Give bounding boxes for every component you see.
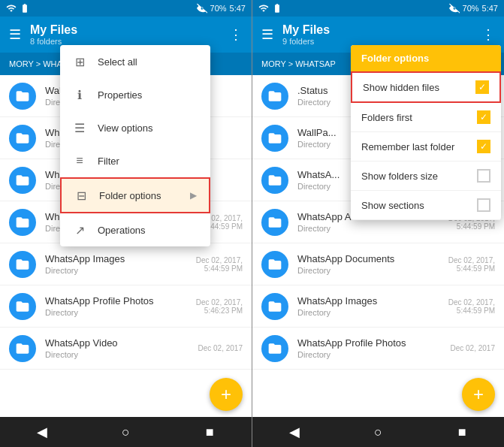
right-more-icon[interactable]: ⋮	[481, 26, 495, 43]
left-battery: 70%	[210, 4, 227, 13]
option-show-folders-size[interactable]: Show folders size	[351, 162, 501, 191]
option-label-show-sections: Show sections	[361, 200, 471, 211]
right-screen: 70% 5:47 ☰ My Files 9 folders ⋮ MORY > W…	[252, 0, 504, 447]
folder-icon	[261, 335, 288, 362]
option-label-remember-last: Remember last folder	[361, 141, 471, 153]
file-meta: Directory	[297, 266, 439, 275]
left-screen: 70% 5:47 ☰ My Files 8 folders ⋮ MORY > W…	[0, 0, 252, 447]
file-info: WhatsApp Profile Photos Directory	[45, 295, 187, 317]
right-title: My Files	[282, 23, 330, 36]
file-info: WhatsApp Video Directory	[45, 337, 189, 359]
filter-icon: ≡	[72, 153, 87, 168]
folder-icon	[9, 167, 36, 194]
right-recent-button[interactable]: ■	[447, 417, 477, 447]
right-home-button[interactable]: ○	[363, 417, 393, 447]
right-fab-button[interactable]: +	[462, 378, 495, 411]
file-meta: Directory	[297, 350, 442, 359]
file-meta: Directory	[45, 308, 187, 317]
folder-options-panel: Folder options Show hidden files ✓ Folde…	[351, 45, 501, 220]
option-remember-last-folder[interactable]: Remember last folder ✓	[351, 132, 501, 162]
menu-label-properties: Properties	[98, 89, 142, 101]
option-show-hidden-files[interactable]: Show hidden files ✓	[351, 71, 501, 103]
right-hamburger-icon[interactable]: ☰	[261, 26, 273, 43]
file-date: Dec 02, 2017,5:44:59 PM	[448, 298, 495, 315]
menu-label-filter: Filter	[98, 156, 119, 167]
menu-label-view-options: View options	[98, 122, 152, 134]
file-name: WhatsApp Documents	[297, 253, 439, 264]
right-header-text: My Files 9 folders	[282, 23, 472, 46]
checkbox-show-sections[interactable]	[477, 198, 490, 212]
file-info: WhatsApp Documents Directory	[297, 253, 439, 275]
recent-button[interactable]: ■	[195, 417, 225, 447]
folder-icon	[9, 251, 36, 278]
right-battery: 70%	[463, 4, 479, 13]
file-date: Dec 02, 2017,5:44:59 PM	[196, 256, 243, 273]
menu-item-properties[interactable]: ℹ Properties	[60, 78, 210, 111]
option-label-show-folders-size: Show folders size	[361, 171, 471, 182]
file-date: Dec 02, 2017,5:46:23 PM	[196, 298, 243, 315]
checkbox-folders-first[interactable]: ✓	[477, 110, 490, 124]
file-date: Dec 02, 2017	[451, 344, 496, 352]
list-item[interactable]: WhatsApp Documents Directory Dec 02, 201…	[252, 243, 504, 285]
list-item[interactable]: WhatsApp Images Directory Dec 02, 2017,5…	[0, 243, 252, 285]
tune-icon: ⊟	[74, 188, 89, 203]
left-status-icons	[6, 3, 30, 14]
checkbox-show-folders-size[interactable]	[477, 169, 490, 183]
folder-icon	[261, 293, 288, 320]
menu-item-filter[interactable]: ≡ Filter	[60, 144, 210, 177]
file-name: WhatsApp Images	[45, 253, 187, 264]
home-button[interactable]: ○	[110, 417, 140, 447]
right-status-right: 70% 5:47	[449, 3, 498, 14]
file-meta: Directory	[297, 224, 439, 233]
menu-label-select-all: Select all	[98, 56, 137, 68]
right-back-button[interactable]: ◀	[279, 417, 309, 447]
back-button[interactable]: ◀	[27, 417, 57, 447]
menu-item-select-all[interactable]: ⊞ Select all	[60, 45, 210, 78]
right-breadcrumb-text: MORY > WHATSAP	[261, 59, 336, 68]
file-name: WhatsApp Profile Photos	[45, 295, 187, 307]
folder-icon	[9, 125, 36, 152]
chevron-right-icon: ▶	[190, 190, 197, 201]
option-label-show-hidden: Show hidden files	[363, 82, 469, 93]
file-date: Dec 02, 2017	[198, 344, 243, 352]
file-info: WhatsApp Profile Photos Directory	[297, 337, 442, 359]
left-status-right: 70% 5:47	[197, 3, 246, 14]
left-nav-bar: ◀ ○ ■	[0, 417, 252, 447]
list-item[interactable]: WhatsApp Images Directory Dec 02, 2017,5…	[252, 285, 504, 328]
context-menu: ⊞ Select all ℹ Properties ☰ View options…	[60, 45, 210, 246]
file-name: WhatsApp Profile Photos	[297, 337, 442, 349]
left-search-icon[interactable]: ⋮	[229, 26, 243, 43]
folder-icon	[9, 209, 36, 236]
select-all-icon: ⊞	[72, 54, 87, 69]
folder-icon	[261, 251, 288, 278]
left-fab-button[interactable]: +	[210, 378, 243, 411]
file-date: Dec 02, 2017,5:44:59 PM	[448, 256, 495, 273]
option-show-sections[interactable]: Show sections	[351, 191, 501, 220]
file-name: WhatsApp Video	[45, 337, 189, 349]
folder-icon	[261, 167, 288, 194]
checkbox-show-hidden[interactable]: ✓	[475, 80, 489, 94]
right-status-icons	[258, 3, 282, 14]
menu-item-operations[interactable]: ↗ Operations	[60, 213, 210, 246]
list-item[interactable]: WhatsApp Profile Photos Directory Dec 02…	[252, 328, 504, 370]
list-icon: ☰	[72, 120, 87, 135]
folder-icon	[9, 83, 36, 110]
option-folders-first[interactable]: Folders first ✓	[351, 103, 501, 132]
left-title: My Files	[30, 23, 77, 36]
file-meta: Directory	[297, 308, 439, 317]
menu-item-folder-options[interactable]: ⊟ Folder options ▶	[60, 177, 210, 213]
folder-options-title: Folder options	[351, 45, 501, 71]
list-item[interactable]: WhatsApp Profile Photos Directory Dec 02…	[0, 285, 252, 328]
left-hamburger-icon[interactable]: ☰	[9, 26, 21, 43]
list-item[interactable]: WhatsApp Video Directory Dec 02, 2017	[0, 328, 252, 370]
checkbox-remember-last[interactable]: ✓	[477, 140, 490, 153]
menu-item-view-options[interactable]: ☰ View options	[60, 111, 210, 144]
left-status-bar: 70% 5:47	[0, 0, 252, 17]
right-time: 5:47	[482, 4, 498, 13]
file-info: WhatsApp Images Directory	[45, 253, 187, 275]
folder-icon	[9, 335, 36, 362]
file-meta: Directory	[45, 350, 189, 359]
right-status-bar: 70% 5:47	[252, 0, 504, 17]
file-info: WhatsApp Images Directory	[297, 295, 439, 317]
file-meta: Directory	[45, 266, 187, 275]
